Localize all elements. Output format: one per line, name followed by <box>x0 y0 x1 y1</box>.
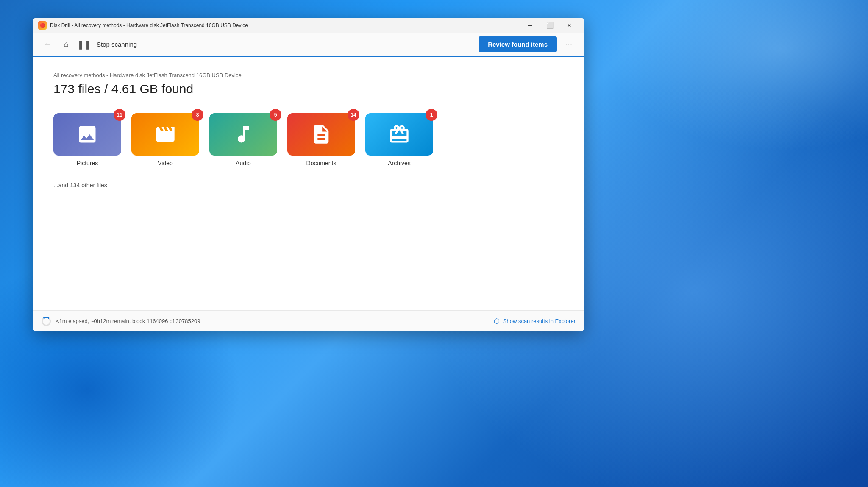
show-in-explorer-link[interactable]: ⬡ Show scan results in Explorer <box>494 317 576 325</box>
window-controls: ─ ⬜ ✕ <box>520 18 579 33</box>
audio-label: Audio <box>236 160 251 167</box>
pictures-icon <box>76 123 98 145</box>
archives-label: Archives <box>388 160 411 167</box>
back-button[interactable]: ← <box>40 37 55 52</box>
archives-badge: 1 <box>426 109 437 121</box>
home-button[interactable]: ⌂ <box>58 37 74 52</box>
scanning-spinner <box>42 317 51 326</box>
pause-icon: ❚❚ <box>77 39 92 50</box>
pictures-badge: 11 <box>114 109 125 121</box>
more-options-button[interactable]: ··· <box>560 36 577 53</box>
found-count-title: 173 files / 4.61 GB found <box>53 82 564 96</box>
archives-icon <box>388 123 410 145</box>
restore-button[interactable]: ⬜ <box>540 18 559 33</box>
archives-card-icon: 1 <box>365 113 433 156</box>
category-card-documents[interactable]: 14 Documents <box>287 113 355 167</box>
category-card-audio[interactable]: 5 Audio <box>209 113 277 167</box>
pictures-label: Pictures <box>77 160 98 167</box>
title-bar: 🔴 Disk Drill - All recovery methods - Ha… <box>33 18 584 33</box>
status-bar: <1m elapsed, ~0h12m remain, block 116409… <box>33 310 584 331</box>
audio-icon <box>232 123 254 145</box>
audio-badge: 5 <box>270 109 281 121</box>
category-card-archives[interactable]: 1 Archives <box>365 113 433 167</box>
toolbar-right: Review found items ··· <box>479 36 577 53</box>
documents-icon <box>310 123 332 145</box>
pictures-card-icon: 11 <box>53 113 121 156</box>
content-subtitle: All recovery methods - Hardware disk Jet… <box>53 72 564 78</box>
documents-label: Documents <box>306 160 337 167</box>
minimize-button[interactable]: ─ <box>520 18 540 33</box>
video-icon <box>154 123 176 145</box>
toolbar: ← ⌂ ❚❚ Stop scanning Review found items … <box>33 33 584 57</box>
documents-badge: 14 <box>348 109 359 121</box>
app-window: 🔴 Disk Drill - All recovery methods - Ha… <box>33 18 584 331</box>
audio-card-icon: 5 <box>209 113 277 156</box>
category-card-pictures[interactable]: 11 Pictures <box>53 113 121 167</box>
video-label: Video <box>158 160 173 167</box>
documents-card-icon: 14 <box>287 113 355 156</box>
review-found-items-button[interactable]: Review found items <box>479 36 557 52</box>
explorer-link-label: Show scan results in Explorer <box>503 318 576 324</box>
close-button[interactable]: ✕ <box>559 18 579 33</box>
category-cards-container: 11 Pictures 8 Video <box>53 113 564 167</box>
main-content: All recovery methods - Hardware disk Jet… <box>33 57 584 310</box>
status-text: <1m elapsed, ~0h12m remain, block 116409… <box>56 318 200 324</box>
other-files-text: ...and 134 other files <box>53 182 564 189</box>
explorer-icon: ⬡ <box>494 317 500 325</box>
app-icon: 🔴 <box>38 21 47 30</box>
stop-scanning-label: Stop scanning <box>97 41 137 48</box>
video-badge: 8 <box>192 109 203 121</box>
category-card-video[interactable]: 8 Video <box>131 113 199 167</box>
video-card-icon: 8 <box>131 113 199 156</box>
window-title: Disk Drill - All recovery methods - Hard… <box>50 22 520 28</box>
